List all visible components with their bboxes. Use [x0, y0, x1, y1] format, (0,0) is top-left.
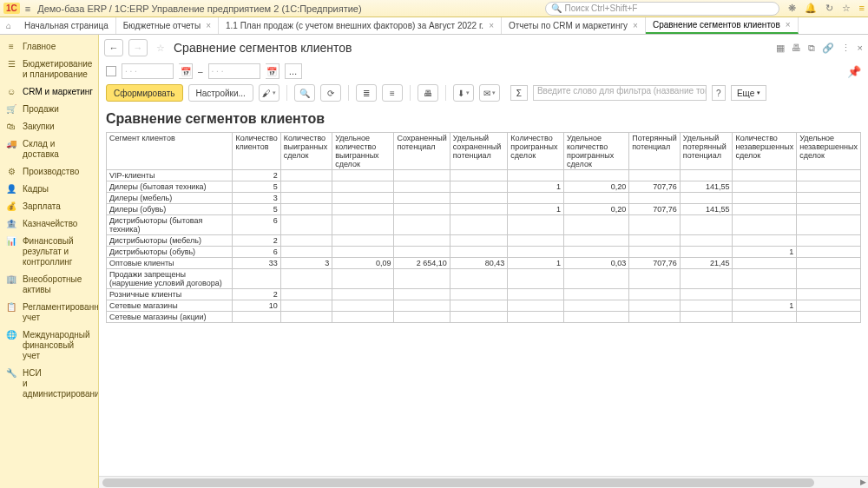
menu-bars-icon[interactable]: ≡: [859, 3, 865, 14]
print-button[interactable]: 🖶: [418, 84, 438, 102]
help-button[interactable]: ?: [712, 85, 726, 101]
column-header[interactable]: Удельный потерянный потенциал: [680, 133, 733, 170]
column-header[interactable]: Количество выигранных сделок: [280, 133, 332, 170]
value-cell: 2: [233, 170, 280, 181]
table-row[interactable]: Оптовые клиенты3330,092 654,1080,4310,03…: [107, 258, 861, 269]
table-row[interactable]: Дилеры (обувь)510,20707,76141,55: [107, 204, 861, 215]
menu-icon[interactable]: ≡: [25, 3, 30, 14]
tab-close-icon[interactable]: ×: [786, 20, 791, 30]
sidebar-item[interactable]: ⚙Производство: [0, 163, 98, 181]
segment-cell: Розничные клиенты: [107, 289, 233, 300]
column-header[interactable]: Удельное незавершенных сделок: [797, 133, 861, 170]
more-button[interactable]: Еще▾: [731, 85, 766, 101]
sidebar-item[interactable]: 💰Зарплата: [0, 198, 98, 215]
value-cell: 707,76: [629, 258, 681, 269]
link-icon[interactable]: 🔗: [822, 43, 834, 54]
settings-button[interactable]: Настройки...: [188, 84, 253, 102]
expand-button[interactable]: ≣: [356, 84, 377, 102]
sidebar-item[interactable]: 🛒Продажи: [0, 101, 98, 118]
title-bar: 1C ≡ Демо-база ERP / 1C:ERP Управление п…: [0, 0, 868, 17]
date-to-picker[interactable]: 📅: [266, 63, 279, 79]
back-button[interactable]: ←: [104, 39, 123, 56]
favorite-icon[interactable]: ☆: [156, 43, 165, 54]
sidebar-item[interactable]: 🛍Закупки: [0, 118, 98, 135]
refresh-button[interactable]: ⟳: [320, 84, 341, 102]
brush-button[interactable]: 🖌▾: [259, 84, 279, 102]
tab[interactable]: Начальная страница: [17, 17, 116, 34]
column-header[interactable]: Сегмент клиентов: [107, 133, 233, 170]
column-header[interactable]: Сохраненный потенциал: [394, 133, 450, 170]
date-from-picker[interactable]: 📅: [179, 63, 193, 79]
save-button[interactable]: ⬇▾: [453, 84, 474, 102]
column-header[interactable]: Количество незавершенных сделок: [733, 133, 797, 170]
column-header[interactable]: Потерянный потенциал: [629, 133, 681, 170]
find-button[interactable]: 🔍: [294, 84, 315, 102]
tab[interactable]: Отчеты по CRM и маркетингу×: [502, 17, 646, 34]
table-row[interactable]: Дистрибьюторы (мебель)2: [107, 235, 861, 247]
history-icon[interactable]: ↻: [825, 3, 833, 14]
period-checkbox[interactable]: [106, 66, 116, 76]
sidebar-item[interactable]: 📊Финансовыйрезультат и контроллинг: [0, 233, 98, 271]
collapse-button[interactable]: ≡: [382, 84, 403, 102]
nav-label: Казначейство: [23, 219, 77, 229]
column-header[interactable]: Количество клиентов: [233, 133, 280, 170]
horizontal-scrollbar[interactable]: ▶: [99, 476, 868, 488]
tab[interactable]: Бюджетные отчеты×: [116, 17, 219, 34]
sidebar-item[interactable]: 📋Регламентированныйучет: [0, 299, 98, 326]
kebab-icon[interactable]: ⋮: [841, 43, 851, 54]
filter-input[interactable]: Введите слово для фильтра (название това…: [533, 85, 707, 101]
table-row[interactable]: VIP-клиенты2: [107, 170, 861, 181]
print-icon[interactable]: 🖶: [792, 43, 801, 54]
tab[interactable]: Сравнение сегментов клиентов×: [646, 17, 799, 34]
column-header[interactable]: Удельное количество выигранных сделок: [332, 133, 394, 170]
star-icon[interactable]: ☆: [842, 3, 851, 14]
tab-close-icon[interactable]: ×: [489, 21, 494, 30]
tab[interactable]: 1.1 План продаж (с учетом внешних фактор…: [219, 17, 502, 34]
sidebar-item[interactable]: ☺CRM и маркетинг: [0, 83, 98, 101]
sidebar-item[interactable]: ☰Бюджетированиеи планирование: [0, 56, 98, 83]
bell-icon[interactable]: 🔔: [805, 3, 817, 14]
sidebar-item[interactable]: 🔧НСИи администрирование: [0, 365, 98, 403]
chart-icon[interactable]: ▦: [776, 43, 785, 54]
column-header[interactable]: Количество проигранных сделок: [508, 133, 564, 170]
sidebar-item[interactable]: 🏢Внеоборотные активы: [0, 271, 98, 299]
date-to-input[interactable]: . . .: [208, 63, 260, 79]
tab-close-icon[interactable]: ×: [633, 21, 638, 30]
nav-label: НСИи администрирование: [23, 368, 99, 399]
sidebar-item[interactable]: ≡Главное: [0, 38, 98, 56]
sigma-button[interactable]: Σ: [510, 85, 528, 101]
table-row[interactable]: Розничные клиенты2: [107, 289, 861, 300]
home-icon[interactable]: ⌂: [0, 17, 17, 34]
mail-button[interactable]: ✉▾: [479, 84, 500, 102]
table-row[interactable]: Продажи запрещены (нарушение условий дог…: [107, 269, 861, 289]
table-row[interactable]: Сетевые магазины101: [107, 300, 861, 312]
table-row[interactable]: Сетевые магазины (акции): [107, 312, 861, 323]
table-row[interactable]: Дистрибьюторы (бытовая техника)6: [107, 215, 861, 235]
table-row[interactable]: Дилеры (мебель)3: [107, 193, 861, 204]
value-cell: 33: [233, 258, 280, 269]
value-cell: [564, 193, 629, 204]
tab-close-icon[interactable]: ×: [206, 21, 211, 30]
period-more-button[interactable]: …: [285, 63, 302, 79]
column-header[interactable]: Удельный сохраненный потенциал: [450, 133, 508, 170]
form-button[interactable]: Сформировать: [106, 84, 183, 102]
value-cell: [394, 215, 450, 235]
table-row[interactable]: Дистрибьюторы (обувь)61: [107, 247, 861, 258]
forward-button[interactable]: →: [128, 39, 148, 56]
value-cell: [280, 312, 332, 323]
value-cell: 10: [233, 300, 280, 312]
sidebar-item[interactable]: 🌐Международныйфинансовый учет: [0, 326, 98, 365]
value-cell: [450, 269, 508, 289]
theme-icon[interactable]: ❋: [788, 3, 796, 14]
column-header[interactable]: Удельное количество проигранных сделок: [564, 133, 629, 170]
search-input[interactable]: 🔍 Поиск Ctrl+Shift+F: [545, 2, 779, 16]
sidebar-item[interactable]: 🚚Склад и доставка: [0, 135, 98, 163]
sidebar-item[interactable]: 👤Кадры: [0, 181, 98, 198]
close-icon[interactable]: ×: [858, 43, 863, 54]
table-row[interactable]: Дилеры (бытовая техника)510,20707,76141,…: [107, 181, 861, 193]
nav-label: Бюджетированиеи планирование: [23, 59, 92, 80]
date-from-input[interactable]: . . .: [122, 63, 174, 79]
sidebar-item[interactable]: 🏦Казначейство: [0, 215, 98, 233]
pin-icon[interactable]: 📌: [847, 65, 861, 78]
copy-icon[interactable]: ⧉: [808, 43, 815, 54]
